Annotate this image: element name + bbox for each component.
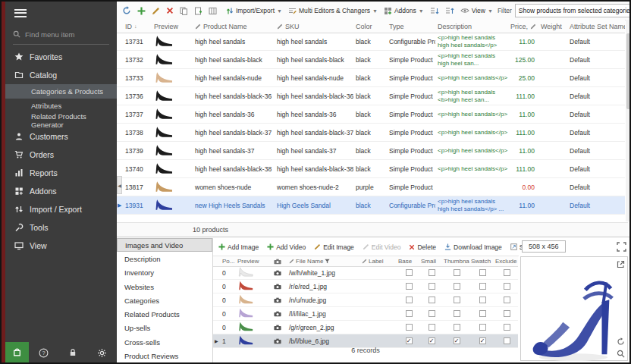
thumbnail-checkbox[interactable] bbox=[454, 283, 460, 290]
addons-menu[interactable]: Addons▼ bbox=[382, 5, 425, 17]
delete-product-button[interactable] bbox=[165, 5, 175, 16]
tab-up-sells[interactable]: Up-sells bbox=[117, 322, 212, 335]
tab-product-reviews[interactable]: Product Reviews bbox=[117, 349, 212, 362]
rotate-button[interactable] bbox=[615, 336, 626, 347]
fit-screen-icon[interactable] bbox=[617, 242, 626, 252]
exclude-checkbox[interactable] bbox=[504, 310, 510, 317]
add-video-button[interactable]: Add Video bbox=[265, 242, 307, 253]
column-header-position[interactable]: Po... bbox=[221, 258, 236, 265]
tab-images-and-video[interactable]: Images and Video bbox=[117, 238, 212, 252]
table-row[interactable]: 13732 high heel sandals-black high heel … bbox=[117, 51, 625, 69]
view-menu[interactable]: View▼ bbox=[459, 5, 494, 16]
delete-image-button[interactable]: Delete bbox=[407, 242, 438, 253]
swatch-checkbox[interactable] bbox=[479, 283, 486, 290]
column-header-description[interactable]: Description bbox=[435, 23, 508, 30]
column-header-color[interactable]: Color bbox=[353, 23, 387, 30]
column-header-weight[interactable]: Weight bbox=[538, 23, 567, 30]
table-row-selected[interactable]: ▶ 13931 new High Heels Sandals High Geel… bbox=[117, 196, 625, 215]
column-header-image-preview[interactable]: Preview bbox=[236, 258, 272, 265]
panel-collapse-handle[interactable]: ◀ bbox=[117, 176, 122, 194]
open-external-button[interactable] bbox=[615, 259, 626, 269]
swatch-checkbox[interactable] bbox=[479, 324, 486, 331]
sidebar-item-attributes[interactable]: Attributes bbox=[5, 99, 117, 113]
swatch-checkbox[interactable] bbox=[479, 269, 486, 276]
table-row[interactable]: 13736 high heel sandals-black-36 high he… bbox=[117, 87, 625, 105]
table-row[interactable]: 13733 high heel sandals-nude high heel s… bbox=[117, 69, 625, 87]
sidebar-item-view[interactable]: View bbox=[5, 237, 117, 255]
small-checkbox[interactable] bbox=[429, 283, 435, 290]
column-header-label[interactable]: Label bbox=[360, 258, 397, 265]
import-export-menu[interactable]: Import/Export▼ bbox=[224, 5, 284, 17]
small-checkbox[interactable] bbox=[429, 324, 435, 331]
table-row[interactable]: 13731 high heel sandals high heel sandal… bbox=[117, 33, 625, 51]
small-checkbox[interactable] bbox=[429, 310, 435, 317]
image-row[interactable]: 0 /l/i/lilac_1.jpg bbox=[213, 307, 518, 321]
column-header-small[interactable]: Small bbox=[419, 258, 442, 265]
image-row[interactable]: 0 /r/e/red_1.jpg bbox=[213, 280, 518, 293]
sidebar-item-categories-products[interactable]: Categories & Products bbox=[5, 84, 117, 99]
tab-websites[interactable]: Websites bbox=[117, 280, 212, 293]
add-product-button[interactable] bbox=[136, 5, 147, 17]
table-row[interactable]: 13739 high heel sandals-37 high heel san… bbox=[117, 142, 625, 160]
sidebar-item-reports[interactable]: Reports bbox=[5, 164, 117, 182]
settings-button[interactable] bbox=[97, 346, 107, 359]
column-header-preview[interactable]: Preview bbox=[152, 23, 193, 30]
duplicate-button[interactable] bbox=[193, 5, 204, 17]
help-button[interactable]: ? bbox=[39, 346, 49, 359]
column-header-price[interactable]: Price, bbox=[508, 23, 538, 30]
tab-related-products[interactable]: Related Products bbox=[117, 307, 212, 321]
sidebar-item-import-export[interactable]: Import / Export bbox=[5, 200, 117, 218]
column-header-exclude[interactable]: Exclude bbox=[494, 258, 518, 265]
thumbnail-checkbox[interactable] bbox=[454, 310, 460, 317]
small-checkbox[interactable] bbox=[429, 297, 435, 303]
grid-scrollbar-thumb[interactable] bbox=[626, 33, 630, 109]
sidebar-item-addons[interactable]: Addons bbox=[5, 182, 117, 200]
base-checkbox[interactable] bbox=[406, 337, 413, 344]
table-row[interactable]: 13817 women shoes-nude women shoes-nude-… bbox=[117, 178, 625, 196]
tab-description[interactable]: Description bbox=[117, 252, 212, 265]
image-row[interactable]: 0 /g/r/green_2.jpg bbox=[213, 321, 518, 334]
category-filter-select[interactable]: Show products from selected categories▼ bbox=[515, 4, 631, 17]
grid-settings-button[interactable] bbox=[207, 5, 218, 17]
small-checkbox[interactable] bbox=[429, 337, 435, 344]
sidebar-item-tools[interactable]: Tools bbox=[5, 218, 117, 237]
sidebar-item-favorites[interactable]: Favorites bbox=[5, 48, 117, 66]
table-row[interactable]: 13737 high heel sandals-36 high heel san… bbox=[117, 105, 625, 124]
small-checkbox[interactable] bbox=[429, 269, 435, 276]
zoom-button[interactable] bbox=[615, 348, 626, 359]
copy-button[interactable] bbox=[178, 5, 190, 17]
column-header-thumbnail[interactable]: Thumbna bbox=[442, 258, 469, 265]
tab-categories[interactable]: Categories bbox=[117, 293, 212, 307]
swatch-checkbox[interactable] bbox=[479, 310, 486, 317]
column-header-id[interactable]: ID↓ bbox=[123, 23, 152, 30]
base-checkbox[interactable] bbox=[406, 297, 413, 303]
thumbnail-checkbox[interactable] bbox=[454, 297, 460, 303]
download-image-button[interactable]: Download Image bbox=[443, 242, 504, 253]
image-size-button[interactable]: 508 x 456 bbox=[522, 240, 566, 253]
sidebar-item-customers[interactable]: Customers bbox=[5, 127, 117, 146]
sidebar-search-input[interactable]: Find menu item bbox=[13, 24, 109, 45]
swatch-checkbox[interactable] bbox=[479, 337, 486, 344]
table-row[interactable]: 13740 high heel sandals-black-38 high he… bbox=[117, 160, 625, 178]
store-button[interactable] bbox=[5, 342, 29, 362]
thumbnail-checkbox[interactable] bbox=[454, 337, 460, 344]
column-header-base[interactable]: Base bbox=[397, 258, 419, 265]
sort-descending-button[interactable] bbox=[444, 5, 456, 17]
exclude-checkbox[interactable] bbox=[504, 269, 510, 276]
exclude-checkbox[interactable] bbox=[504, 337, 510, 344]
exclude-checkbox[interactable] bbox=[504, 283, 510, 290]
exclude-checkbox[interactable] bbox=[504, 297, 510, 303]
sidebar-item-catalog[interactable]: Catalog bbox=[5, 66, 117, 84]
tab-inventory[interactable]: Inventory bbox=[117, 266, 212, 280]
sidebar-item-orders[interactable]: Orders bbox=[5, 146, 117, 164]
preview-image-area[interactable] bbox=[520, 256, 628, 361]
sidebar-item-related-products-generator[interactable]: Related Products Generator bbox=[5, 113, 117, 127]
exclude-checkbox[interactable] bbox=[504, 324, 510, 331]
column-header-attribute-set[interactable]: Attribute Set Name bbox=[567, 23, 625, 30]
image-row[interactable]: 0 /n/u/nude.jpg bbox=[213, 293, 518, 307]
column-header-camera[interactable] bbox=[272, 259, 287, 265]
base-checkbox[interactable] bbox=[406, 283, 413, 290]
refresh-button[interactable] bbox=[121, 5, 133, 17]
base-checkbox[interactable] bbox=[406, 269, 413, 276]
lock-button[interactable] bbox=[68, 346, 77, 359]
